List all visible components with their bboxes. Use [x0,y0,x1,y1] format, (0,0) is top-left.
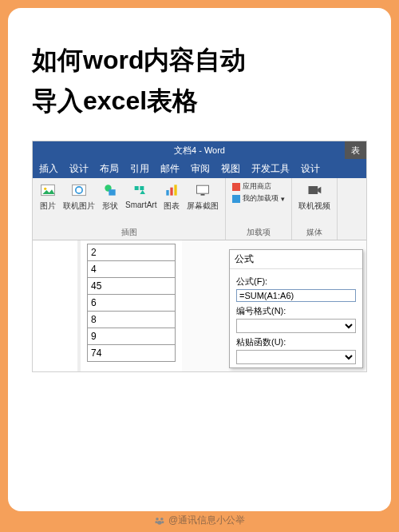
group-label-media: 媒体 [298,227,330,238]
svg-rect-13 [309,186,318,194]
pastefunc-select[interactable] [236,350,356,364]
table-row: 4 [88,261,176,278]
btn-online-video[interactable]: 联机视频 [298,181,330,212]
table-row: 9 [88,328,176,345]
btn-chart[interactable]: 图表 [163,181,180,212]
group-illustrations: 图片 联机图片 形状 SmartArt [33,178,226,240]
group-addins: 应用商店 我的加载项 ▾ 加载项 [226,178,292,240]
dialog-title: 公式 [230,250,362,269]
table-row: 6 [88,295,176,312]
addins-icon [232,195,240,203]
numformat-label: 编号格式(N): [236,305,356,317]
cell[interactable]: 4 [88,261,176,278]
btn-online-picture[interactable]: 联机图片 [63,181,95,212]
tab-design[interactable]: 设计 [69,162,89,176]
video-icon [306,181,323,199]
cell[interactable]: 8 [88,312,176,328]
tab-mail[interactable]: 邮件 [160,162,180,176]
svg-rect-6 [134,186,138,190]
svg-rect-5 [109,190,115,197]
watermark: @通讯信息小公举 [154,514,245,527]
svg-point-15 [160,517,164,520]
cell[interactable]: 2 [88,244,176,261]
contextual-tab: 表 [345,141,366,159]
svg-rect-11 [197,186,209,194]
cell[interactable]: 74 [88,345,176,362]
tab-dev[interactable]: 开发工具 [251,162,290,176]
online-picture-icon [70,181,88,199]
svg-rect-8 [167,190,169,196]
ribbon-body: 图片 联机图片 形状 SmartArt [33,178,366,240]
group-media: 联机视频 媒体 [292,178,338,240]
formula-label: 公式(F): [236,276,356,288]
window-title: 文档4 - Word [174,145,225,157]
ribbon-tabs: 插入 设计 布局 引用 邮件 审阅 视图 开发工具 设计 [33,159,366,178]
table-zone: 2 4 45 6 8 9 74 [81,240,182,372]
screenshot-icon [194,181,211,199]
table-row: 2 [88,244,176,261]
cell[interactable]: 6 [88,295,176,312]
svg-point-16 [155,521,157,523]
svg-point-17 [162,521,164,523]
tab-table-design[interactable]: 设计 [301,162,320,176]
title-line-1: 如何word内容自动 [32,46,246,74]
tab-review[interactable]: 审阅 [191,162,210,176]
group-label-addins: 加载项 [232,227,285,238]
doc-left-margin [33,240,81,372]
svg-rect-10 [175,185,177,196]
table-row: 45 [88,278,176,295]
btn-picture[interactable]: 图片 [39,181,57,212]
btn-smartart[interactable]: SmartArt [125,181,156,209]
numformat-select[interactable] [236,319,356,333]
svg-rect-7 [140,186,144,190]
tab-layout[interactable]: 布局 [100,162,119,176]
word-screenshot: 文档4 - Word 表 插入 设计 布局 引用 邮件 审阅 视图 开发工具 设… [32,141,367,372]
watermark-text: @通讯信息小公举 [168,514,245,527]
btn-shapes[interactable]: 形状 [101,181,119,212]
article-title: 如何word内容自动 导入excel表格 [32,40,367,121]
chart-icon [163,181,180,199]
word-title-bar: 文档4 - Word 表 [33,141,366,159]
svg-rect-12 [201,194,205,196]
cell[interactable]: 45 [88,278,176,295]
group-label-illustrations: 插图 [39,227,219,238]
tab-view[interactable]: 视图 [221,162,240,176]
svg-point-14 [156,517,159,520]
table-row: 74 [88,345,176,362]
title-line-2: 导入excel表格 [32,86,198,115]
paw-icon [154,515,165,526]
svg-point-18 [157,521,162,525]
formula-dialog: 公式 公式(F): 编号格式(N): 粘贴函数(U): [229,249,363,368]
btn-screenshot[interactable]: 屏幕截图 [187,181,219,212]
pastefunc-label: 粘贴函数(U): [236,336,356,348]
tab-references[interactable]: 引用 [130,162,149,176]
svg-rect-9 [171,188,173,196]
store-icon [232,183,240,191]
svg-point-1 [44,188,46,190]
formula-input[interactable] [236,289,356,302]
btn-store[interactable]: 应用商店 [232,181,285,192]
word-table[interactable]: 2 4 45 6 8 9 74 [87,244,176,362]
smartart-icon [132,181,150,199]
btn-my-addins[interactable]: 我的加载项 ▾ [232,193,285,204]
table-row: 8 [88,312,176,328]
content-card: 如何word内容自动 导入excel表格 文档4 - Word 表 插入 设计 … [8,8,391,511]
tab-insert[interactable]: 插入 [39,162,58,176]
picture-icon [39,181,57,199]
shapes-icon [101,181,119,199]
cell[interactable]: 9 [88,328,176,345]
